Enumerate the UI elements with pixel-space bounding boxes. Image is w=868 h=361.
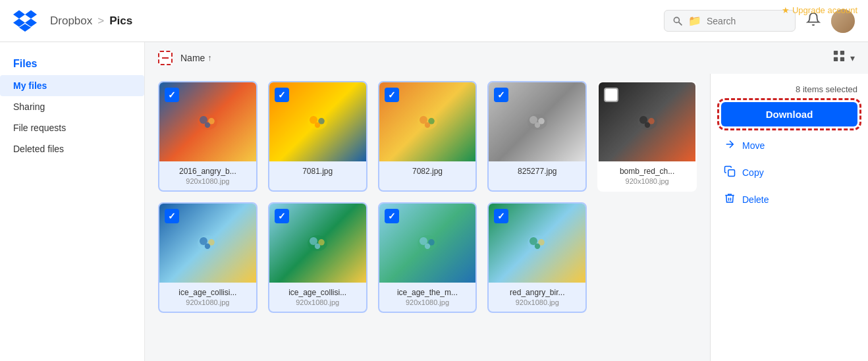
file-checkbox[interactable]: ✓	[165, 209, 179, 223]
search-icon	[672, 16, 683, 26]
file-name: ice_age_the_m...	[385, 288, 471, 297]
breadcrumb-root[interactable]: Dropbox	[50, 14, 92, 28]
copy-button[interactable]: Copy	[721, 161, 857, 183]
sidebar-item-label: Sharing	[13, 101, 45, 112]
file-name: bomb_red_ch...	[604, 167, 690, 176]
file-item-4[interactable]: ✓ 825277.jpg	[487, 81, 587, 192]
search-input[interactable]	[707, 16, 786, 26]
star-icon: ★	[782, 5, 790, 15]
delete-icon	[724, 192, 736, 206]
file-item-8[interactable]: ✓ ice_age_the_m... 920x1080.jpg	[378, 202, 477, 313]
file-item-3[interactable]: ✓ 7082.jpg	[378, 81, 477, 192]
file-thumbnail: ✓	[269, 204, 366, 283]
file-item-1[interactable]: ✓ 2016_angry_b... 920x1080.jpg	[158, 81, 258, 192]
file-item-9[interactable]: ✓ red_angry_bir... 920x1080.jpg	[487, 202, 587, 313]
file-thumbnail: ✓	[269, 82, 366, 161]
file-item-7[interactable]: ✓ ice_age_collisi... 920x1080.jpg	[268, 202, 367, 313]
file-checkbox[interactable]: ✓	[275, 88, 289, 102]
delete-button[interactable]: Delete	[721, 188, 857, 210]
file-checkbox[interactable]	[604, 88, 618, 102]
svg-point-13	[315, 123, 320, 128]
svg-point-25	[644, 123, 649, 128]
sidebar: Files My files Sharing File requests Del…	[0, 42, 145, 361]
search-bar[interactable]: 📁	[664, 10, 796, 32]
action-panel: 8 items selected Download Move Copy	[710, 74, 868, 361]
file-thumbnail: ✓	[489, 204, 585, 283]
file-info: bomb_red_ch... 920x1080.jpg	[599, 161, 695, 190]
file-checkbox[interactable]: ✓	[494, 209, 508, 223]
svg-point-21	[535, 123, 540, 128]
file-name: red_angry_bir...	[494, 288, 580, 297]
file-name: 7081.jpg	[275, 167, 361, 176]
copy-icon	[724, 165, 736, 179]
file-item-5[interactable]: bomb_red_ch... 920x1080.jpg	[597, 81, 697, 192]
file-thumbnail	[599, 82, 695, 161]
file-info: red_angry_bir... 920x1080.jpg	[489, 283, 585, 312]
file-item-2[interactable]: ✓ 7081.jpg	[268, 81, 367, 192]
file-size: 920x1080.jpg	[385, 298, 471, 306]
move-button[interactable]: Move	[721, 134, 857, 156]
folder-icon: 📁	[688, 14, 701, 27]
file-name: 825277.jpg	[494, 167, 580, 176]
download-button[interactable]: Download	[721, 102, 857, 126]
svg-point-33	[315, 244, 320, 249]
svg-rect-2	[834, 51, 838, 55]
file-info: ice_age_collisi... 920x1080.jpg	[159, 283, 256, 312]
select-all-checkbox[interactable]	[158, 51, 173, 65]
breadcrumb-current: Pics	[109, 14, 132, 28]
upgrade-label[interactable]: Upgrade account	[792, 5, 857, 15]
file-thumbnail: ✓	[379, 82, 476, 161]
sidebar-files-title[interactable]: Files	[0, 53, 144, 75]
topbar: ★ Upgrade account Dropbox > Pics 📁	[0, 0, 868, 42]
svg-point-37	[425, 244, 430, 249]
file-size: 920x1080.jpg	[275, 298, 361, 306]
breadcrumb-sep: >	[97, 14, 104, 28]
svg-rect-42	[728, 170, 735, 177]
file-size: 920x1080.jpg	[604, 177, 690, 185]
sidebar-item-label: File requests	[13, 123, 66, 133]
file-checkbox[interactable]: ✓	[275, 209, 289, 223]
sort-arrow-icon: ↑	[207, 53, 212, 63]
file-info: ice_age_the_m... 920x1080.jpg	[379, 283, 476, 312]
svg-rect-4	[834, 57, 838, 61]
sidebar-item-sharing[interactable]: Sharing	[0, 96, 144, 117]
sidebar-item-myfiles[interactable]: My files	[0, 75, 144, 96]
file-checkbox[interactable]: ✓	[494, 88, 508, 102]
toolbar: Name ↑ ▾	[145, 42, 868, 73]
grid-view-button[interactable]	[833, 50, 845, 65]
view-options-button[interactable]: ▾	[850, 53, 855, 63]
sidebar-item-label: Deleted files	[13, 144, 64, 154]
svg-rect-5	[840, 57, 844, 61]
file-name: 7082.jpg	[385, 167, 471, 176]
svg-point-17	[425, 123, 430, 128]
file-info: 825277.jpg	[489, 161, 585, 182]
sidebar-item-deletedfiles[interactable]: Deleted files	[0, 138, 144, 159]
file-checkbox[interactable]: ✓	[165, 88, 179, 102]
file-info: 2016_angry_b... 920x1080.jpg	[159, 161, 256, 190]
file-thumbnail: ✓	[379, 204, 476, 283]
file-info: 7082.jpg	[379, 161, 476, 182]
sidebar-item-filerequests[interactable]: File requests	[0, 117, 144, 138]
breadcrumb: Dropbox > Pics	[50, 14, 664, 28]
sidebar-item-label: My files	[13, 80, 47, 91]
logo[interactable]	[13, 8, 37, 34]
file-info: 7081.jpg	[269, 161, 366, 182]
file-thumbnail: ✓	[159, 204, 256, 283]
file-name: 2016_angry_b...	[165, 167, 251, 176]
move-icon	[724, 138, 736, 152]
svg-point-41	[535, 244, 540, 249]
sort-name[interactable]: Name ↑	[180, 53, 212, 63]
file-size: 920x1080.jpg	[165, 298, 251, 306]
file-thumbnail: ✓	[489, 82, 585, 161]
main-content: Name ↑ ▾ ✓	[145, 42, 868, 361]
layout: Files My files Sharing File requests Del…	[0, 42, 868, 361]
file-checkbox[interactable]: ✓	[385, 88, 399, 102]
file-item-6[interactable]: ✓ ice_age_collisi... 920x1080.jpg	[158, 202, 258, 313]
file-checkbox[interactable]: ✓	[385, 209, 399, 223]
items-selected-label: 8 items selected	[721, 84, 857, 94]
toolbar-right: ▾	[833, 50, 855, 65]
svg-rect-3	[840, 51, 844, 55]
upgrade-area[interactable]: ★ Upgrade account	[782, 5, 857, 15]
sort-name-label: Name	[180, 53, 205, 63]
file-size: 920x1080.jpg	[494, 298, 580, 306]
